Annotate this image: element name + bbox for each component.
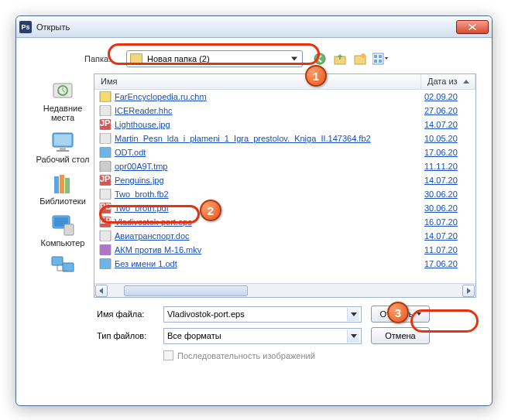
view-button[interactable] (372, 51, 388, 67)
svg-rect-39 (100, 258, 111, 269)
place-desktop[interactable]: Рабочий стол (33, 128, 92, 166)
file-name: Two_broth.pdf (115, 203, 424, 213)
file-name: Martin_Pesn_lda_i_plameni_1_Igra_prestol… (115, 134, 424, 143)
place-label: Компьютер (41, 238, 85, 248)
cancel-button[interactable]: Отмена (371, 327, 430, 344)
filetype-dropdown[interactable]: Все форматы (163, 328, 362, 344)
place-libraries[interactable]: Библиотеки (33, 169, 92, 208)
svg-text:PDF: PDF (100, 203, 112, 211)
annotation-badge-2: 2 (200, 200, 221, 221)
file-row[interactable]: Без имени 1.odt17.06.20 (94, 257, 475, 271)
filename-input[interactable]: Vladivostok-port.eps (163, 306, 362, 323)
scroll-right-button[interactable] (462, 285, 475, 297)
file-date: 14.07.20 (424, 231, 471, 241)
file-row[interactable]: ODT.odt17.06.20 (94, 145, 475, 159)
folder-dropdown[interactable]: Новая папка (2) (126, 50, 303, 67)
file-date: 02.09.20 (424, 92, 471, 101)
svg-text:JPG: JPG (100, 119, 112, 128)
network-icon (50, 255, 75, 278)
scroll-left-button[interactable] (95, 285, 108, 297)
svg-rect-23 (100, 91, 111, 102)
file-date: 10.05.20 (424, 134, 471, 143)
file-icon: EPS (99, 217, 112, 227)
column-headers: Имя Дата из (94, 74, 475, 90)
annotation-badge-3: 3 (387, 302, 409, 323)
file-row[interactable]: Авиатранспорт.doc14.07.20 (94, 229, 475, 243)
svg-rect-8 (379, 60, 382, 63)
chevron-down-icon (291, 57, 297, 61)
file-row[interactable]: Two_broth.fb230.06.20 (94, 187, 475, 201)
file-icon: PDF (99, 203, 112, 213)
svg-rect-22 (63, 263, 74, 271)
computer-icon (50, 213, 75, 237)
svg-rect-17 (65, 178, 70, 193)
places-bar: Недавние места Рабочий стол Библиотеки К… (32, 73, 94, 298)
file-date: 17.06.20 (424, 259, 471, 268)
file-name: АКМ против М-16.mkv (115, 245, 424, 254)
place-label: Рабочий стол (36, 155, 89, 164)
new-folder-button[interactable] (352, 51, 368, 67)
back-button[interactable] (312, 51, 328, 67)
place-label: Недавние места (33, 104, 92, 122)
file-row[interactable]: PDFTwo_broth.pdf30.06.20 (94, 201, 475, 215)
svg-point-0 (314, 53, 325, 64)
file-icon: JPG (99, 175, 112, 186)
file-list[interactable]: FarEncyclopedia.ru.chm02.09.20ICEReader.… (94, 90, 475, 283)
new-folder-icon (354, 53, 366, 65)
file-list-pane: Имя Дата из FarEncyclopedia.ru.chm02.09.… (94, 73, 476, 298)
file-name: Penguins.jpg (115, 176, 424, 185)
file-row[interactable]: JPGLighthouse.jpg14.07.20 (94, 118, 475, 131)
file-row[interactable]: АКМ против М-16.mkv11.07.20 (94, 243, 475, 257)
col-name[interactable]: Имя (94, 74, 421, 89)
file-icon (99, 105, 112, 116)
sort-arrow-icon (463, 80, 469, 84)
svg-rect-37 (100, 230, 111, 241)
filename-label: Имя файла: (97, 309, 163, 319)
file-date: 27.06.20 (424, 106, 471, 115)
svg-rect-29 (100, 161, 111, 172)
file-name: Авиатранспорт.doc (115, 231, 424, 241)
file-row[interactable]: EPSVladivostok-port.eps16.07.20 (94, 215, 475, 229)
svg-text:EPS: EPS (100, 217, 112, 225)
file-date: 30.06.20 (424, 190, 471, 199)
scroll-thumb[interactable] (124, 285, 248, 296)
close-button[interactable] (456, 20, 489, 34)
file-row[interactable]: opr00A9T.tmp11.11.20 (94, 159, 475, 173)
folder-icon (130, 53, 142, 64)
svg-rect-6 (379, 55, 382, 58)
filename-value: Vladivostok-port.eps (167, 309, 245, 319)
desktop-icon (50, 130, 75, 153)
place-recent[interactable]: Недавние места (33, 77, 92, 125)
file-icon (99, 244, 112, 255)
h-scrollbar[interactable] (94, 283, 475, 297)
file-icon (99, 147, 112, 158)
file-row[interactable]: Martin_Pesn_lda_i_plameni_1_Igra_prestol… (94, 131, 475, 145)
file-row[interactable]: ICEReader.hhc27.06.20 (94, 104, 475, 118)
file-icon (99, 91, 112, 102)
file-date: 30.06.20 (424, 203, 471, 213)
file-icon (99, 189, 112, 200)
place-network[interactable] (33, 253, 92, 282)
file-date: 14.07.20 (424, 120, 471, 129)
file-name: Two_broth.fb2 (115, 190, 424, 199)
svg-rect-21 (52, 257, 63, 265)
back-icon (314, 53, 326, 65)
chevron-down-icon[interactable] (347, 330, 359, 343)
file-icon (99, 230, 112, 241)
svg-rect-27 (100, 133, 111, 144)
file-row[interactable]: JPGPenguins.jpg14.07.20 (94, 173, 475, 187)
up-button[interactable] (332, 51, 348, 67)
open-dialog: Ps Открыть Папка: Новая папка (2) (15, 15, 493, 406)
svg-rect-14 (57, 150, 69, 152)
chevron-down-icon[interactable] (347, 308, 359, 321)
file-name: ODT.odt (115, 148, 424, 157)
file-row[interactable]: FarEncyclopedia.ru.chm02.09.20 (94, 90, 475, 104)
app-icon: Ps (19, 21, 32, 33)
svg-rect-38 (100, 244, 111, 255)
place-computer[interactable]: Компьютер (33, 211, 92, 250)
file-name: FarEncyclopedia.ru.chm (115, 92, 424, 101)
titlebar: Ps Открыть (16, 16, 492, 38)
sequence-checkbox[interactable] (163, 350, 173, 360)
up-icon (334, 53, 346, 65)
svg-rect-28 (100, 147, 111, 158)
